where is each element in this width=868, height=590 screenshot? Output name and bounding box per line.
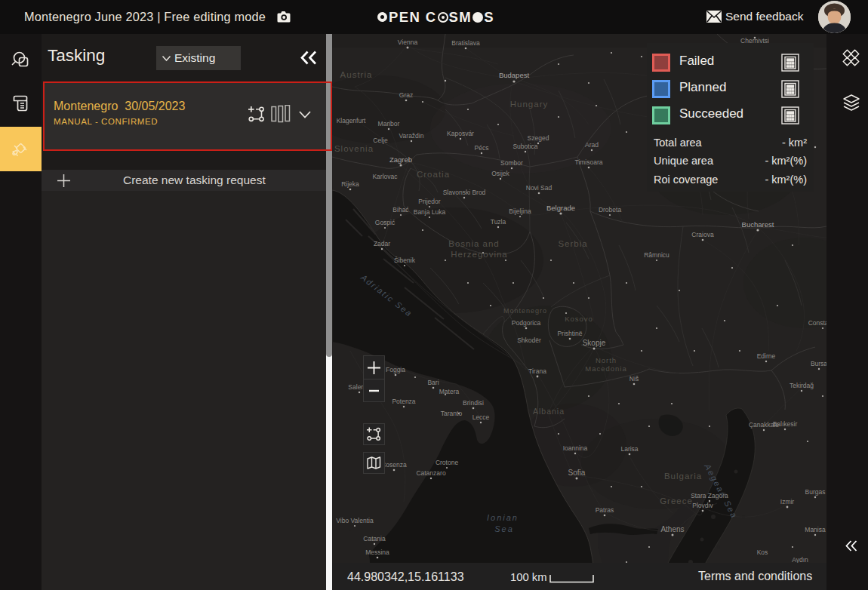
svg-text:Bijeljina: Bijeljina (509, 207, 531, 215)
svg-text:Herzegovina: Herzegovina (451, 250, 508, 259)
svg-text:Skopje: Skopje (583, 339, 606, 347)
svg-text:Plovdiv: Plovdiv (692, 502, 713, 509)
svg-text:Patras: Patras (596, 506, 614, 514)
svg-text:Kaposvár: Kaposvár (447, 130, 474, 137)
svg-text:Bratislava: Bratislava (451, 39, 480, 47)
svg-text:Balıkesir: Balıkesir (773, 420, 798, 428)
svg-text:Foggia: Foggia (386, 366, 405, 373)
svg-text:Larisa: Larisa (620, 445, 638, 453)
svg-text:Maribor: Maribor (378, 120, 400, 128)
svg-text:Tuzla: Tuzla (491, 218, 506, 226)
svg-text:Belgrade: Belgrade (546, 204, 575, 212)
svg-text:North: North (596, 356, 617, 364)
svg-text:Tekirdağ: Tekirdağ (790, 382, 814, 389)
svg-text:Arad: Arad (585, 141, 599, 149)
svg-text:Sea: Sea (494, 524, 514, 533)
svg-text:Bursa: Bursa (811, 360, 826, 367)
svg-text:Celje: Celje (373, 137, 388, 144)
svg-text:Sofia: Sofia (568, 469, 586, 477)
svg-text:Budapest: Budapest (499, 71, 530, 79)
svg-text:Sombor: Sombor (500, 159, 523, 167)
svg-text:Varaždin: Varaždin (399, 132, 424, 140)
svg-text:Messina: Messina (365, 549, 389, 556)
svg-text:Bari: Bari (427, 379, 439, 386)
svg-text:Lecce: Lecce (472, 413, 490, 421)
svg-text:Slovenia: Slovenia (334, 144, 374, 153)
svg-text:Prijedor: Prijedor (418, 198, 440, 205)
svg-text:Bucharest: Bucharest (742, 220, 774, 229)
svg-text:Bosnia and: Bosnia and (448, 239, 500, 248)
svg-text:Subotica: Subotica (512, 143, 537, 150)
svg-text:Prishtinë: Prishtinë (557, 330, 582, 337)
svg-text:Bihać: Bihać (392, 206, 409, 214)
svg-text:Manisa: Manisa (805, 526, 826, 533)
svg-text:Shkodër: Shkodër (517, 336, 541, 344)
svg-text:Novi Sad: Novi Sad (526, 184, 553, 192)
svg-text:Croatia: Croatia (417, 170, 450, 179)
svg-text:Crotone: Crotone (436, 459, 459, 466)
svg-text:Karlovac: Karlovac (372, 173, 398, 180)
svg-text:Albania: Albania (533, 407, 565, 416)
svg-text:Athens: Athens (660, 525, 684, 533)
svg-text:Timisoara: Timisoara (575, 158, 603, 166)
svg-text:Catania: Catania (363, 535, 386, 542)
svg-text:Kos: Kos (757, 549, 768, 556)
svg-text:Vienna: Vienna (398, 38, 418, 46)
svg-text:Gospić: Gospić (375, 219, 396, 226)
svg-text:Greece: Greece (660, 496, 693, 505)
svg-text:Šibenik: Šibenik (394, 257, 416, 264)
svg-text:Osijek: Osijek (491, 170, 509, 177)
svg-text:Pécs: Pécs (475, 144, 489, 152)
svg-text:Hungary: Hungary (510, 100, 548, 109)
svg-text:Drobeta: Drobeta (599, 206, 622, 214)
svg-text:Edirne: Edirne (757, 352, 776, 360)
svg-text:Kosovo: Kosovo (565, 315, 593, 323)
svg-text:Austria: Austria (340, 70, 373, 79)
svg-text:Tirana: Tirana (528, 367, 546, 375)
svg-text:Catanzaro: Catanzaro (416, 469, 445, 477)
svg-text:Zadar: Zadar (374, 240, 390, 247)
svg-text:Macedonia: Macedonia (585, 364, 626, 373)
svg-text:Potenza: Potenza (392, 398, 415, 405)
svg-text:Graz: Graz (399, 91, 413, 99)
svg-text:Craiova: Craiova (691, 231, 714, 238)
svg-text:Taranto: Taranto (441, 410, 463, 417)
svg-text:Slavonski Brod: Slavonski Brod (443, 189, 486, 196)
svg-text:Constanța: Constanța (808, 319, 826, 327)
svg-text:Montenegro: Montenegro (503, 307, 547, 315)
svg-text:Matera: Matera (439, 388, 460, 395)
svg-text:Serbia: Serbia (558, 239, 587, 248)
svg-text:Klagenfurt: Klagenfurt (337, 117, 366, 124)
svg-text:Râmnicu: Râmnicu (644, 251, 669, 259)
svg-text:Ioannina: Ioannina (563, 444, 588, 452)
svg-text:Vibo Valentia: Vibo Valentia (336, 517, 374, 524)
svg-text:Cosenza: Cosenza (381, 461, 407, 469)
svg-text:Niš: Niš (629, 375, 639, 383)
svg-text:Brindisi: Brindisi (463, 399, 484, 407)
svg-text:Zagreb: Zagreb (389, 155, 412, 164)
svg-text:Burgas: Burgas (805, 488, 826, 496)
svg-text:Rijeka: Rijeka (341, 180, 359, 188)
svg-text:Izmir: Izmir (780, 498, 795, 505)
svg-text:Banja Luka: Banja Luka (414, 208, 446, 216)
svg-text:Szeged: Szeged (528, 134, 549, 142)
svg-text:Podgorica: Podgorica (512, 319, 541, 327)
svg-text:Ionian: Ionian (487, 513, 519, 522)
svg-text:Bulgaria: Bulgaria (664, 472, 702, 481)
